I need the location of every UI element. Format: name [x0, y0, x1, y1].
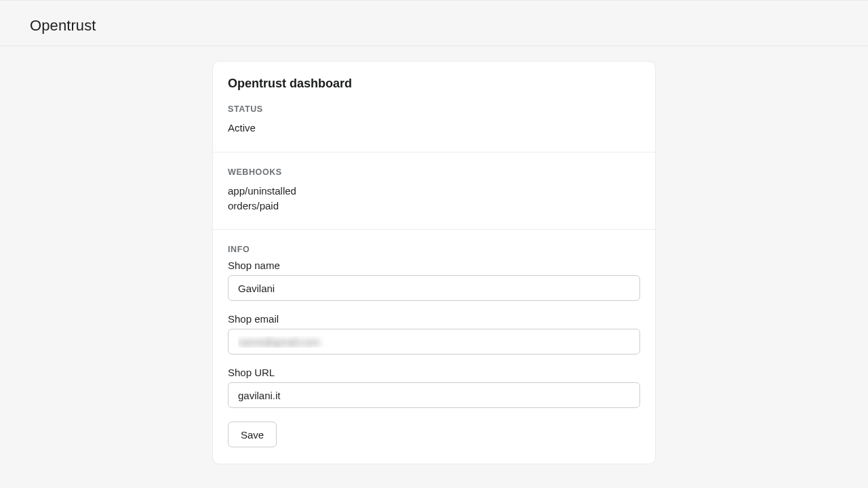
shop-name-label: Shop name: [228, 260, 640, 271]
webhooks-item: app/uninstalled: [228, 184, 640, 199]
card-title: Opentrust dashboard: [228, 77, 640, 91]
shop-url-field-wrapper: Shop URL: [228, 367, 640, 408]
shop-email-input[interactable]: [228, 329, 640, 354]
app-title: Opentrust: [30, 17, 838, 35]
status-value: Active: [228, 121, 640, 136]
shop-url-label: Shop URL: [228, 367, 640, 378]
shop-email-label: Shop email: [228, 313, 640, 325]
window-top-divider: [0, 0, 868, 5]
webhooks-section: WEBHOOKS app/uninstalled orders/paid: [213, 152, 655, 230]
shop-name-field-wrapper: Shop name: [228, 260, 640, 301]
shop-name-input[interactable]: [228, 275, 640, 301]
webhooks-label: WEBHOOKS: [228, 167, 640, 177]
info-label: INFO: [228, 245, 640, 254]
status-section: Opentrust dashboard STATUS Active: [213, 62, 655, 152]
page-body: Opentrust dashboard STATUS Active WEBHOO…: [0, 46, 868, 464]
shop-email-field-wrapper: Shop email: [228, 313, 640, 354]
app-header: Opentrust: [0, 5, 868, 46]
save-button[interactable]: Save: [228, 422, 277, 447]
info-section: INFO Shop name Shop email Shop URL Save: [213, 229, 655, 464]
status-label: STATUS: [228, 104, 640, 114]
shop-url-input[interactable]: [228, 382, 640, 408]
dashboard-card: Opentrust dashboard STATUS Active WEBHOO…: [212, 61, 656, 464]
webhooks-item: orders/paid: [228, 199, 640, 214]
